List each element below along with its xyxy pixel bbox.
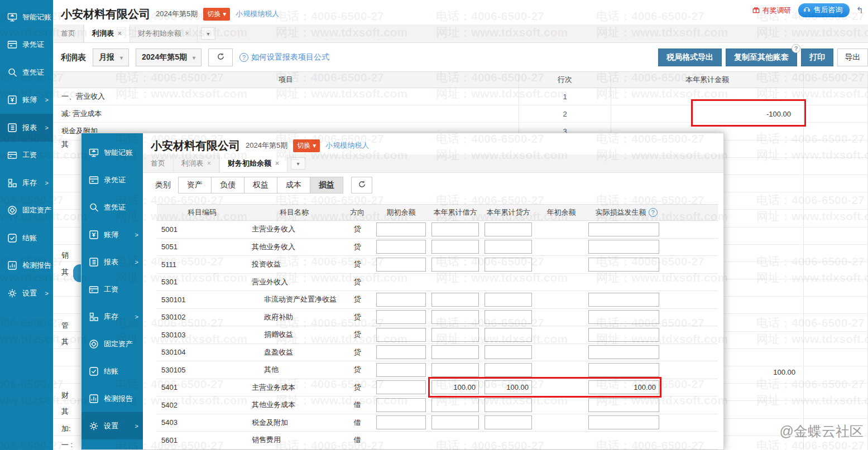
sidebar-item-fixed-assets[interactable]: 固定资产 — [0, 197, 53, 225]
actual-pl-input[interactable] — [588, 240, 659, 254]
account-row-530101[interactable]: 530101非流动资产处置净收益贷 — [157, 291, 718, 309]
close-icon[interactable]: × — [118, 30, 122, 37]
export-button[interactable]: 导出 — [837, 49, 868, 66]
sidebar-item-voucher-entry[interactable]: 录凭证 — [81, 166, 143, 193]
sidebar-item-check-report[interactable]: 检测报告 — [0, 252, 53, 280]
taxpayer-type-link[interactable]: 小规模纳税人 — [325, 141, 369, 151]
actual-pl-input[interactable] — [588, 258, 659, 272]
initial-balance-input[interactable] — [376, 310, 426, 324]
ytd-debit-input[interactable] — [431, 240, 479, 254]
actual-pl-input[interactable] — [588, 345, 659, 359]
category-tab-负债[interactable]: 负债 — [211, 177, 244, 193]
close-icon[interactable]: × — [207, 159, 211, 167]
account-row-5402[interactable]: 5402其他业务成本借 — [157, 396, 718, 414]
survey-link[interactable]: 有奖调研 — [752, 6, 792, 16]
period-dropdown[interactable]: 2024年第5期▾ — [136, 49, 202, 66]
ytd-credit-input[interactable] — [485, 258, 532, 272]
taxpayer-type-link[interactable]: 小规模纳税人 — [236, 9, 279, 19]
actual-pl-input[interactable] — [588, 380, 659, 394]
account-row-5111[interactable]: 5111投资收益贷 — [157, 256, 718, 274]
overlay-tab-利润表[interactable]: 利润表× — [174, 154, 219, 172]
account-row-5051[interactable]: 5051其他业务收入贷 — [157, 239, 718, 257]
sidebar-item-closing[interactable]: 结账 — [81, 357, 143, 385]
ytd-credit-input[interactable] — [485, 398, 532, 412]
account-row-5403[interactable]: 5403税金及附加借 — [157, 414, 718, 432]
after-sales-support-button[interactable]: 售后咨询 — [798, 3, 850, 17]
switch-account-button[interactable]: 切换▾ — [293, 139, 320, 152]
initial-balance-input[interactable] — [376, 258, 426, 272]
main-tab-利润表[interactable]: 利润表× — [84, 25, 130, 42]
sidebar-item-check-report[interactable]: 检测报告 — [81, 385, 143, 412]
actual-pl-input[interactable] — [588, 415, 659, 429]
tab-list-dropdown[interactable]: ▾ — [201, 27, 215, 40]
sidebar-item-smart-accounting[interactable]: 智能记账 — [81, 139, 143, 166]
table-row[interactable]: 减: 营业成本2-100.00 — [53, 105, 868, 123]
initial-balance-input[interactable] — [376, 293, 426, 307]
category-tab-成本[interactable]: 成本 — [277, 177, 310, 193]
initial-balance-input[interactable] — [376, 380, 426, 394]
clipped-edge-icon[interactable]: ↰ — [856, 5, 864, 16]
sidebar-item-smart-accounting[interactable]: 智能记账 — [0, 3, 53, 31]
category-tab-损益[interactable]: 损益 — [310, 177, 343, 193]
ytd-credit-input[interactable] — [485, 328, 532, 342]
sidebar-item-voucher-search[interactable]: 查凭证 — [81, 193, 143, 221]
ytd-debit-input[interactable] — [431, 310, 479, 324]
sidebar-item-voucher-search[interactable]: 查凭证 — [0, 59, 53, 86]
sidebar-item-ledger[interactable]: 账簿> — [81, 221, 143, 248]
ytd-debit-input[interactable] — [431, 222, 479, 236]
actual-pl-input[interactable] — [588, 398, 659, 412]
ytd-credit-input[interactable] — [485, 415, 532, 429]
actual-pl-input[interactable] — [588, 310, 659, 324]
ytd-debit-input[interactable] — [431, 345, 479, 359]
sidebar-item-ledger[interactable]: 账簿> — [0, 86, 53, 114]
ytd-credit-input[interactable] — [485, 345, 532, 359]
sidebar-item-settings[interactable]: 设置> — [81, 412, 143, 439]
main-tab-首页[interactable]: 首页 — [53, 25, 84, 42]
account-row-5001[interactable]: 5001主营业务收入贷 — [157, 221, 718, 239]
actual-pl-input[interactable] — [588, 328, 659, 342]
account-row-530102[interactable]: 530102政府补助贷 — [157, 309, 718, 327]
report-formula-help-link[interactable]: ?如何设置报表项目公式 — [239, 52, 329, 62]
copy-to-other-books-button[interactable]: 复制至其他账套? — [726, 49, 797, 66]
initial-balance-input[interactable] — [376, 415, 426, 429]
account-row-530103[interactable]: 530103捐赠收益贷 — [157, 326, 718, 344]
ytd-credit-input[interactable] — [485, 240, 532, 254]
ytd-debit-input[interactable] — [431, 258, 479, 272]
account-row-5601[interactable]: 5601销售费用借 — [157, 432, 718, 449]
sidebar-item-voucher-entry[interactable]: 录凭证 — [0, 31, 53, 59]
account-row-530104[interactable]: 530104盘盈收益贷 — [157, 344, 718, 362]
ytd-debit-input[interactable] — [431, 363, 479, 377]
ytd-credit-input[interactable] — [485, 310, 532, 324]
print-button[interactable]: 打印 — [801, 49, 833, 66]
overlay-tab-财务初始余额[interactable]: 财务初始余额× — [219, 154, 287, 172]
tax-format-export-button[interactable]: 税局格式导出 — [658, 49, 722, 66]
actual-pl-input[interactable] — [588, 293, 659, 307]
overlay-tab-首页[interactable]: 首页 — [143, 154, 174, 172]
close-icon[interactable]: × — [185, 30, 189, 37]
ytd-credit-input[interactable] — [485, 380, 532, 394]
sidebar-item-fixed-assets[interactable]: 固定资产 — [81, 330, 143, 357]
initial-balance-input[interactable] — [376, 363, 426, 377]
initial-balance-input[interactable] — [376, 328, 426, 342]
sidebar-item-payroll[interactable]: 工资 — [0, 142, 53, 170]
sidebar-item-closing[interactable]: 结账 — [0, 224, 53, 252]
initial-balance-input[interactable] — [376, 240, 426, 254]
table-row[interactable]: 一、营业收入1 — [53, 88, 868, 105]
ytd-debit-input[interactable] — [431, 415, 479, 429]
actual-pl-input[interactable] — [588, 363, 659, 377]
ytd-debit-input[interactable] — [431, 380, 479, 394]
question-circle-icon[interactable]: ? — [649, 208, 658, 217]
category-tab-资产[interactable]: 资产 — [178, 177, 212, 193]
refresh-button[interactable] — [208, 49, 233, 66]
sidebar-item-report[interactable]: 报表> — [0, 114, 53, 142]
ytd-debit-input[interactable] — [431, 328, 479, 342]
refresh-button[interactable] — [351, 177, 372, 193]
ytd-credit-input[interactable] — [485, 293, 532, 307]
tab-list-dropdown[interactable]: ▾ — [291, 157, 305, 170]
account-row-5301[interactable]: 5301营业外收入贷 — [157, 274, 718, 292]
account-row-530105[interactable]: 530105其他贷 — [157, 361, 718, 379]
sidebar-item-payroll[interactable]: 工资 — [81, 275, 143, 303]
switch-account-button[interactable]: 切换▾ — [203, 8, 230, 21]
category-tab-权益[interactable]: 权益 — [244, 177, 277, 193]
sidebar-item-settings[interactable]: 设置> — [0, 279, 53, 307]
